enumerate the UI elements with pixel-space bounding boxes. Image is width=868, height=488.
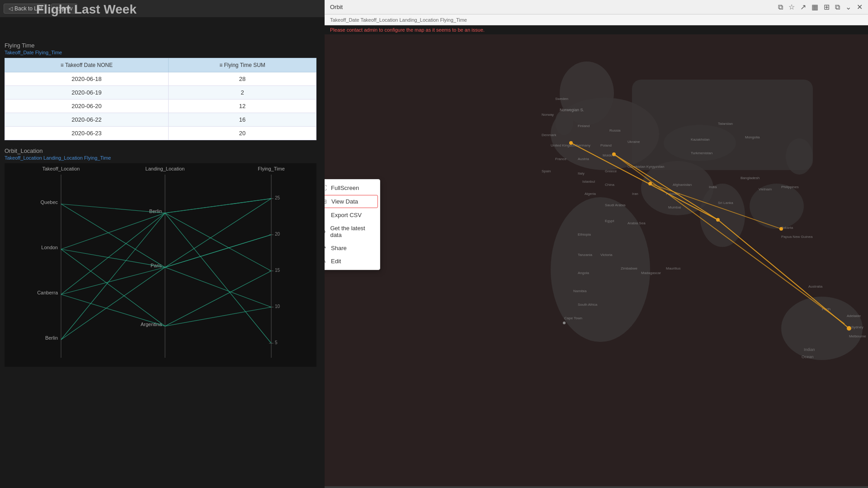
- page-title: Flight Last Week: [36, 2, 137, 17]
- svg-text:Mumbai: Mumbai: [668, 205, 681, 209]
- parallel-coords-svg: Takeoff_Location Landing_Location Flying…: [5, 163, 316, 367]
- svg-point-97: [716, 218, 720, 222]
- table-row: 2020-06-1828: [5, 72, 316, 86]
- svg-text:Philippines: Philippines: [781, 185, 799, 189]
- map-title: Orbit: [330, 4, 771, 10]
- table-header-row: ≡ Takeoff Date NONE ≡ Flying Time SUM: [5, 58, 316, 72]
- date-cell: 2020-06-20: [5, 99, 169, 113]
- svg-text:Tatarstan: Tatarstan: [718, 122, 733, 126]
- orbit-location-subtitle: Takeoff_Location Landing_Location Flying…: [5, 155, 320, 161]
- context-menu-label: Share: [331, 245, 347, 251]
- svg-text:Papua New Guinea: Papua New Guinea: [781, 235, 813, 239]
- svg-text:Mongolia: Mongolia: [745, 135, 760, 139]
- map-subtitle: Takeoff_Date Takeoff_Location Landing_Lo…: [330, 17, 467, 23]
- refresh-icon: ↻: [325, 228, 326, 235]
- context-menu-label: Edit: [331, 258, 341, 265]
- svg-text:Australia: Australia: [808, 284, 823, 289]
- close-icon[interactable]: ✕: [857, 3, 863, 11]
- table-row: 2020-06-2216: [5, 113, 316, 127]
- svg-point-95: [569, 141, 573, 145]
- svg-text:Landing_Location: Landing_Location: [146, 166, 185, 171]
- svg-text:Melbourne: Melbourne: [849, 334, 866, 338]
- col-header-time: ≡ Flying Time SUM: [169, 58, 316, 72]
- svg-point-26: [555, 110, 573, 135]
- svg-point-101: [563, 322, 566, 324]
- context-menu-item[interactable]: ✎Edit: [325, 255, 380, 268]
- svg-text:Canberra: Canberra: [37, 290, 58, 295]
- svg-text:Bangladesh: Bangladesh: [741, 176, 760, 180]
- table-icon[interactable]: ▦: [811, 3, 818, 11]
- svg-text:Austria: Austria: [578, 157, 589, 161]
- context-menu-item[interactable]: ↻Get the latest data: [325, 222, 380, 242]
- svg-point-30: [700, 184, 745, 247]
- context-menu-item[interactable]: ⛶FullScreen: [325, 181, 380, 194]
- context-menu-item[interactable]: ↓Export CSV: [325, 208, 380, 222]
- svg-point-34: [664, 125, 736, 161]
- map-toolbar: ⧉ ☆ ↗ ▦ ⊞ ⧉ ⌄ ✕: [778, 3, 863, 11]
- svg-text:Spain: Spain: [542, 169, 551, 173]
- svg-text:Berlin: Berlin: [45, 335, 58, 341]
- svg-text:Madagascar: Madagascar: [641, 271, 661, 275]
- context-menu-item[interactable]: ⊞View Data: [325, 195, 378, 208]
- svg-text:Zimbabwe: Zimbabwe: [621, 266, 637, 270]
- table-icon: ⊞: [325, 198, 328, 205]
- svg-point-99: [847, 326, 851, 331]
- context-menu-label: View Data: [331, 198, 358, 205]
- copy-icon[interactable]: ⧉: [835, 3, 840, 11]
- col-header-date: ≡ Takeoff Date NONE: [5, 58, 169, 72]
- flying-time-subtitle: Takeoff_Date Flying_Time: [5, 50, 320, 55]
- svg-text:Cape Town: Cape Town: [564, 316, 582, 320]
- svg-text:20: 20: [275, 232, 280, 237]
- table-row: 2020-06-2012: [5, 99, 316, 113]
- svg-text:France: France: [555, 157, 566, 161]
- svg-text:Iran: Iran: [632, 192, 638, 196]
- svg-text:Arabia Sea: Arabia Sea: [627, 221, 646, 225]
- context-menu-label: Get the latest data: [330, 225, 373, 238]
- world-map-svg: Norwegian S. Sweden Norway Finland Russi…: [325, 34, 868, 472]
- flying-time-section: Flying Time Takeoff_Date Flying_Time ≡ T…: [0, 42, 325, 140]
- map-error-msg: Please contact admin to configure the ma…: [330, 27, 485, 33]
- share-icon[interactable]: ↗: [800, 3, 806, 11]
- svg-text:Berlin: Berlin: [149, 208, 162, 214]
- context-menu: ⛶FullScreen⊞View Data↓Export CSV↻Get the…: [325, 179, 380, 270]
- download-icon: ↓: [325, 212, 327, 218]
- svg-text:Tanzania: Tanzania: [578, 253, 593, 257]
- time-cell: 28: [169, 72, 316, 86]
- svg-text:India: India: [709, 185, 717, 189]
- svg-text:China: China: [605, 183, 614, 187]
- svg-text:Egypt: Egypt: [605, 219, 614, 223]
- time-cell: 20: [169, 127, 316, 140]
- svg-text:Paris: Paris: [151, 263, 162, 268]
- svg-text:Indian: Indian: [804, 347, 815, 352]
- svg-text:Norway: Norway: [542, 113, 554, 117]
- grid-icon[interactable]: ⊞: [824, 3, 830, 11]
- star-icon[interactable]: ☆: [788, 3, 795, 11]
- svg-text:Quebec: Quebec: [40, 199, 58, 205]
- svg-point-33: [786, 138, 813, 175]
- context-menu-item[interactable]: ↗Share: [325, 242, 380, 255]
- edit-icon: ✎: [325, 258, 327, 265]
- svg-text:Sri Lanka: Sri Lanka: [718, 201, 733, 205]
- context-menu-label: FullScreen: [331, 185, 359, 191]
- svg-text:Finland: Finland: [578, 124, 590, 128]
- flying-time-table: ≡ Takeoff Date NONE ≡ Flying Time SUM 20…: [5, 58, 316, 140]
- external-link-icon[interactable]: ⧉: [778, 3, 783, 11]
- time-cell: 12: [169, 99, 316, 113]
- table-row: 2020-06-2320: [5, 127, 316, 140]
- date-cell: 2020-06-19: [5, 86, 169, 99]
- map-canvas: Norwegian S. Sweden Norway Finland Russi…: [325, 34, 868, 486]
- chevron-down-icon[interactable]: ⌄: [845, 3, 851, 11]
- svg-text:Italy: Italy: [578, 171, 585, 175]
- svg-text:Adelaide: Adelaide: [847, 314, 861, 318]
- orbit-location-section: Orbit_Location Takeoff_Location Landing_…: [0, 147, 325, 367]
- svg-text:Sydney: Sydney: [851, 325, 863, 329]
- svg-text:Denmark: Denmark: [542, 133, 557, 137]
- svg-text:10: 10: [275, 304, 280, 309]
- date-cell: 2020-06-18: [5, 72, 169, 86]
- context-menu-label: Export CSV: [331, 212, 362, 218]
- svg-text:15: 15: [275, 268, 280, 273]
- share-icon: ↗: [325, 245, 327, 251]
- svg-text:Angola: Angola: [578, 271, 589, 275]
- svg-text:South Africa: South Africa: [578, 303, 598, 307]
- svg-text:Istanbul: Istanbul: [582, 180, 595, 184]
